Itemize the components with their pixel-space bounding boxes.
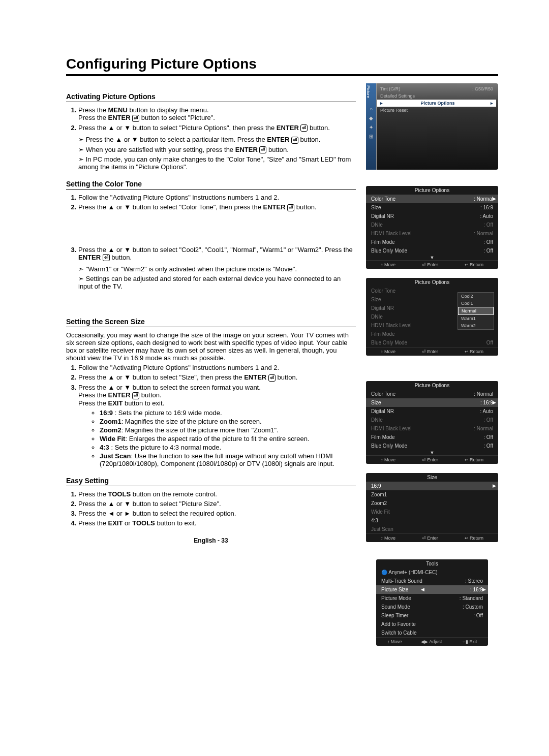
desc: : Magnifies the size of the picture more… (121, 426, 279, 434)
osd-row: Sleep Timer: Off (376, 611, 488, 620)
osd-size: Size 16:9Zoom1Zoom2Wide Fit4:3Just Scan … (366, 473, 498, 542)
text: Press the ▲ or ▼ button to select "Cool2… (78, 246, 353, 254)
kbd-tools: TOOLS (132, 519, 155, 527)
popup-item: Cool1 (458, 300, 494, 307)
desc: : Enlarges the aspect ratio of the pictu… (125, 435, 309, 443)
hint: ↩ Return (465, 349, 484, 354)
kbd-enter: ENTER (277, 124, 299, 132)
osd-picture-options-3: Picture Options Color Tone: NormalSize: … (366, 381, 498, 464)
kbd-menu: MENU (108, 106, 128, 114)
kbd-enter: ENTER (244, 373, 266, 381)
label: Zoom2 (100, 426, 121, 434)
text: Press the (78, 106, 108, 114)
kbd-enter: ENTER (235, 146, 258, 153)
step: Press the TOOLS button on the remote con… (78, 490, 356, 498)
osd-row: Film Mode (366, 330, 498, 338)
section-head-colortone: Setting the Color Tone (66, 180, 356, 190)
menu-item-selected: Picture Options (420, 101, 454, 106)
menu-val: : G50/R50 (472, 86, 493, 91)
osd-row: Picture Size: 16:9 (376, 585, 488, 594)
enter-icon: ⏎ (103, 254, 110, 261)
hint: →▮ Exit (461, 639, 477, 644)
text: or (123, 519, 132, 527)
left-column: Activating Picture Options Press the MEN… (66, 83, 356, 655)
step: Press the ▲ or ▼ button to select "Color… (78, 203, 356, 211)
popup-item: Cool2 (458, 293, 494, 300)
osd-row: Blue Only Mode: Off (366, 442, 498, 450)
label: 16:9 (100, 409, 113, 417)
step: Press the MENU button to display the men… (78, 106, 356, 122)
menu-item: Detailed Settings (380, 93, 415, 99)
osd-picture-options-2: Picture Options Color ToneSizeDigital NR… (366, 278, 498, 356)
step: Press the EXIT or TOOLS button to exit. (78, 519, 356, 527)
note: Press the ▲ or ▼ button to select a part… (78, 136, 356, 144)
hint: ↩ Return (465, 536, 484, 541)
hint: ⏎ Enter (422, 262, 438, 267)
osd-title: Size (366, 473, 498, 482)
label: Just Scan (100, 452, 131, 460)
label: Zoom1 (100, 418, 121, 425)
text: button to exit. (155, 519, 197, 527)
osd-row: Zoom1 (366, 490, 498, 499)
desc: : Sets the picture to 4:3 normal mode. (109, 444, 221, 451)
text: Press the (78, 391, 108, 399)
text: Press the (78, 114, 108, 121)
kbd-exit: EXIT (108, 519, 123, 527)
text: button. (294, 203, 316, 211)
note: "Warm1" or "Warm2" is only activated whe… (78, 265, 356, 273)
page-title: Configuring Picture Options (66, 56, 498, 72)
kbd-enter: ENTER (108, 114, 131, 121)
osd-picture-options-1: Picture Options Color Tone: NormalSize: … (366, 186, 498, 269)
hint: ↕ Move (387, 639, 402, 644)
label: Wide Fit (100, 435, 125, 443)
intro-text: Occasionally, you may want to change the… (66, 331, 356, 362)
osd-row: DNIe: Off (366, 220, 498, 229)
enter-icon: ⏎ (291, 137, 298, 144)
menu-item: Picture Reset (380, 108, 408, 113)
hint: ⏎ Enter (422, 349, 438, 354)
bullet: Zoom2: Magnifies the size of the picture… (100, 426, 356, 434)
hint: ↕ Move (381, 262, 395, 267)
section-head-easy: Easy Setting (66, 477, 356, 486)
osd-row: Picture Mode: Standard (376, 594, 488, 603)
hint: ⏎ Enter (422, 457, 438, 462)
text: button to select "Picture". (139, 114, 215, 121)
kbd-enter: ENTER (263, 203, 286, 211)
osd-row: Color Tone: Normal (366, 195, 498, 203)
osd-title: Picture Options (366, 186, 498, 195)
osd-row: Zoom2 (366, 499, 498, 508)
text: button to display the menu. (128, 106, 209, 114)
enter-icon: ⏎ (268, 374, 276, 382)
osd-row: Size: 16:9 (366, 398, 498, 407)
step: Press the ▲ or ▼ button to select "Pictu… (78, 124, 356, 132)
text: Press the ▲ or ▼ button to select "Color… (78, 203, 263, 211)
popup-item: Warm2 (458, 322, 494, 329)
osd-row: Film Mode: Off (366, 238, 498, 246)
osd-row: HDMI Black Level: Normal (366, 229, 498, 238)
text: Press the ▲ or ▼ button to select the sc… (78, 384, 261, 391)
step: Press the ▲ or ▼ button to select "Cool2… (78, 246, 356, 262)
text: button to exit. (123, 399, 164, 407)
osd-row: Add to Favorite (376, 620, 488, 628)
kbd-enter: ENTER (78, 254, 101, 261)
step: Press the ◄ or ► button to select the re… (78, 510, 356, 517)
enter-icon: ⏎ (300, 124, 308, 132)
hint: ↩ Return (465, 262, 484, 267)
note: Settings can be adjusted and stored for … (78, 275, 356, 290)
text: When you are satisfied with your setting… (86, 146, 235, 153)
hint: ◀▶ Adjust (421, 639, 442, 644)
bullet: 16:9 : Sets the picture to 16:9 wide mod… (100, 409, 356, 417)
enter-icon: ⏎ (259, 146, 266, 153)
section-head-size: Setting the Screen Size (66, 318, 356, 327)
osd-title: Tools (376, 559, 488, 568)
kbd-tools: TOOLS (108, 490, 131, 498)
text: button. (298, 136, 320, 143)
text: button on the remote control. (131, 490, 217, 498)
text: button. (308, 124, 329, 132)
bullet: Zoom1: Magnifies the size of the picture… (100, 418, 356, 425)
step: Press the ▲ or ▼ button to select the sc… (78, 384, 356, 467)
text: button. (110, 254, 132, 261)
osd-row: Wide Fit (366, 508, 498, 516)
step: Press the ▲ or ▼ button to select "Pictu… (78, 500, 356, 508)
popup-item: Warm1 (458, 315, 494, 322)
